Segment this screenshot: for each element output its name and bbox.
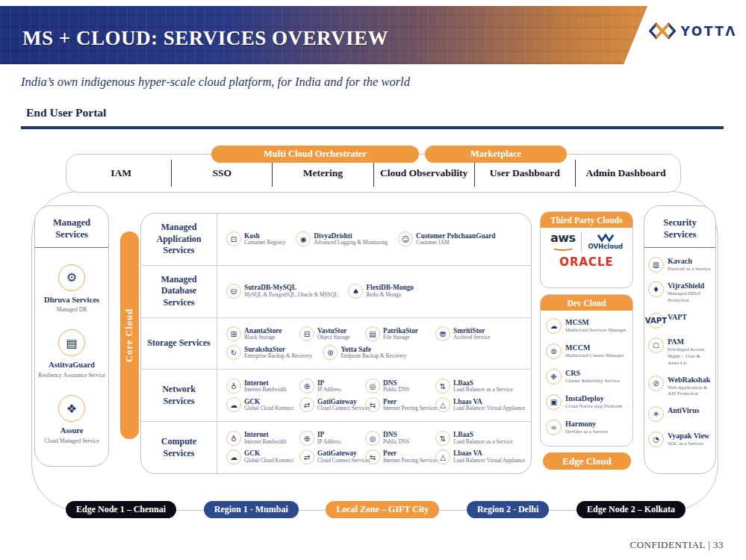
admin-dashboard: Admin Dashboard (576, 160, 676, 187)
service-name: Assure (60, 426, 84, 435)
ovhcloud-logo: OVHcloud (588, 234, 623, 250)
region-pill-label: Local Zone – GIFT City (336, 504, 429, 515)
region-pill-label: Edge Node 2 – Kolkata (587, 504, 675, 515)
astitvaguard: ▤ AstitvaGuard Resiliency Assurance Serv… (37, 329, 106, 379)
service-description: Managed DDoS Protection (668, 290, 712, 303)
assure-icon: ❖ (58, 395, 85, 422)
security-services-title: Security Services (644, 206, 715, 247)
instadeploy: ▣ InstaDeploy Cloud Native App Platform (546, 394, 627, 410)
service-line: ♁ Internet Internet Bandwidth ⊕ IP IP Ad… (226, 379, 531, 393)
managed-services-box: Managed Services ⚙ Dhruva Services Manag… (34, 205, 109, 467)
antivirus-icon: ✳ (648, 406, 664, 422)
service-row-label: Network Services (141, 370, 217, 421)
kosh: ⊡ Kosh Container Registry (226, 231, 285, 246)
dns: ◎ DNS Public DNS (365, 431, 431, 446)
service-description: Object Storage (317, 335, 350, 341)
service-description: Customer IAM (416, 240, 496, 246)
service-name: AntiVirus (668, 406, 699, 415)
logo-row: aws OVHcloud (550, 232, 623, 252)
service-name: VAPT (668, 313, 687, 322)
divider (581, 232, 582, 252)
edge-cloud-pill: Edge Cloud (543, 452, 631, 470)
vastustor: ⊟ VastuStor Object Storage (299, 326, 361, 341)
service-row-label: Managed Database Services (141, 266, 217, 317)
gck: ☁ GCK Global Cloud Konnect (226, 449, 295, 464)
yotta-logo: YOTTΛ (649, 22, 737, 40)
core-cloud-label: Core Cloud (124, 308, 135, 362)
service-description: Global Cloud Konnect (244, 405, 293, 412)
aws-smile-icon (552, 244, 574, 251)
service-description: Cluster Reliability Service (565, 378, 620, 385)
region-2-delhi: Region 2 - Delhi (467, 501, 549, 518)
anantastore-icon: ⊞ (226, 326, 241, 341)
kavach: ▥ Kavach Firewall as a Service (648, 257, 712, 273)
security-services-box: Security Services ▥ Kavach Firewall as a… (644, 205, 716, 474)
vastustor-icon: ⊟ (299, 326, 314, 341)
ip-icon: ⊕ (299, 379, 314, 393)
service-name: Kavach (668, 257, 711, 266)
sutradb-mysql: ⛁ SutraDB-MySQL MySQL & PostgreSQL, Orac… (226, 284, 338, 299)
portal-item-label: Metering (303, 167, 343, 179)
divider-bar (21, 126, 724, 129)
service-row-content: ♁ Internet Internet Bandwidth ⊕ IP IP Ad… (217, 422, 531, 473)
gatigateway: ⇄ GatiGateway Cloud Connect Services (299, 449, 361, 464)
service-description: Internet Bandwidth (244, 439, 287, 446)
lbaas-icon: ⇅ (435, 379, 450, 393)
portal-item-label: Admin Dashboard (585, 167, 665, 179)
harmony: ∞ Harmony DevOps as a Service (546, 420, 627, 435)
service-description: IP Address (317, 439, 341, 446)
divyadrishti: ◉ DivyaDrishti Advanced Logging & Monito… (296, 231, 388, 246)
service-name: VijraShield (668, 281, 712, 290)
dns-icon: ◎ (365, 431, 380, 446)
customer-pehchaanguard-icon: ☺ (398, 231, 413, 246)
portal-item-label: SSO (212, 167, 231, 179)
service-row-content: ⊡ Kosh Container Registry ◉ DivyaDrishti… (217, 214, 531, 265)
yotta-logo-icon (649, 22, 676, 40)
ip: ⊕ IP IP Address (299, 379, 361, 393)
service-description: Internet Peering Services (383, 405, 438, 412)
lbaas: ⇅ LBaaS Load Balancer as a Service (435, 431, 512, 446)
service-description: IP Address (317, 387, 341, 393)
service-name: Dhruva Services (44, 295, 99, 305)
service-line: ↻ SurakshaStor Enterprise Backup & Recov… (226, 345, 531, 360)
flexidb-mongo: ♠ FlexiDB-Mongo Redis & Mongo (348, 284, 414, 299)
service-description: Enterprise Backup & Recovery (244, 353, 312, 360)
service-description: Firewall as a Service (668, 266, 711, 273)
marketplace-pill: Marketplace (425, 146, 567, 163)
row-managed-application-services: Managed Application Services ⊡ Kosh Cont… (141, 214, 531, 266)
user-dashboard: User Dashboard (475, 160, 576, 187)
lbaas-va: △ Lbaas VA Load Balancer Virtual Applian… (435, 397, 525, 412)
service-row-label: Compute Services (141, 422, 217, 473)
service-description: Cloud Managed Service (44, 438, 99, 445)
iam: IAM (71, 160, 172, 187)
internet-icon: ♁ (226, 379, 241, 393)
service-description: Advanced Logging & Monitoring (314, 240, 388, 246)
internet: ♁ Internet Internet Bandwidth (226, 431, 295, 446)
service-description: Load Balancer as a Service (453, 387, 512, 393)
service-description: Container Registry (244, 240, 285, 246)
service-line: ☁ GCK Global Cloud Konnect ⇄ GatiGateway… (226, 397, 531, 412)
service-line: ⊞ AnantaStore Block Storage ⊟ VastuStor … (226, 326, 531, 341)
region-pill-label: Region 2 - Delhi (477, 504, 538, 515)
edge-node-2-kolkata: Edge Node 2 – Kolkata (576, 501, 686, 518)
region-1-mumbai: Region 1 - Mumbai (204, 501, 299, 518)
internet: ♁ Internet Internet Bandwidth (226, 379, 295, 393)
service-name: CRS (565, 369, 620, 378)
gck: ☁ GCK Global Cloud Konnect (226, 397, 295, 412)
webrakshak: ⊘ WebRakshak Web Application & API Prote… (648, 376, 712, 397)
yotta-logo-text: YOTTΛ (681, 24, 737, 39)
peer-icon: ⇆ (365, 397, 380, 412)
third-party-clouds-title: Third Party Clouds (541, 212, 632, 228)
security-services-list: ▥ Kavach Firewall as a Service ♦ VijraSh… (644, 248, 715, 447)
service-description: Global Cloud Konnect (244, 458, 293, 464)
lbaas-va-icon: △ (435, 449, 450, 464)
row-managed-database-services: Managed Database Services ⛁ SutraDB-MySQ… (141, 266, 531, 318)
service-name: AstitvaGuard (49, 360, 95, 370)
service-description: File Storage (383, 335, 418, 341)
service-description: Managed DR (57, 306, 87, 314)
service-description: Privileged Access Mgmt – User & Asset Li… (668, 346, 712, 366)
service-description: Load Balancer Virtual Appliance (453, 458, 525, 464)
ip-icon: ⊕ (299, 431, 314, 446)
pam: ☖ PAM Privileged Access Mgmt – User & As… (648, 337, 712, 366)
surakshastor: ↻ SurakshaStor Enterprise Backup & Recov… (226, 345, 312, 360)
